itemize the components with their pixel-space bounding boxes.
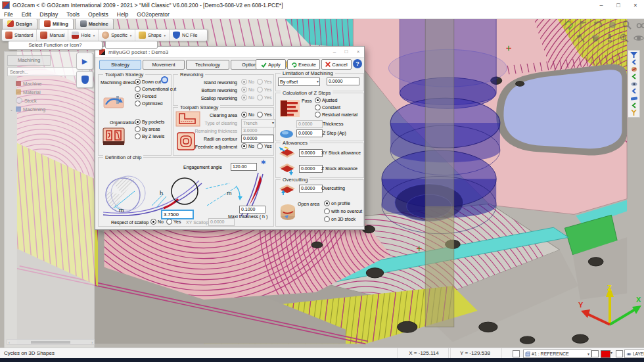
reference-combo[interactable]: #1 : REFERENCE ▾ (523, 350, 591, 358)
tree-item-machining[interactable]: ⌄ Machining (10, 105, 45, 113)
current-color-swatch[interactable] (601, 350, 610, 358)
tree-item-machine[interactable]: Machine (10, 79, 41, 87)
minimize-button[interactable]: – (593, 0, 610, 11)
cancel-button[interactable]: Cancel (321, 59, 352, 70)
chevron-down-icon[interactable]: ▾ (610, 350, 612, 355)
tab-machine[interactable]: Machine (75, 18, 114, 29)
radio-conventional-cut[interactable]: Conventional cut (135, 86, 176, 92)
nc-output-button[interactable] (76, 71, 93, 88)
menu-edit[interactable]: Edit (22, 11, 32, 18)
z-step-field[interactable]: 0.0000 (296, 129, 323, 137)
zoom-icon[interactable] (622, 20, 632, 30)
hammer-icon[interactable] (576, 33, 586, 43)
simulation-button[interactable]: ▶ (76, 53, 93, 70)
tool-ncfile[interactable]: NC File (170, 30, 200, 41)
radio-respect-no[interactable]: No (150, 219, 164, 225)
tree-item-material[interactable]: Material (10, 88, 41, 96)
help-button[interactable]: ? (353, 59, 362, 68)
tab-movement[interactable]: Movement (143, 60, 185, 70)
zoom-plus-icon[interactable] (619, 33, 630, 43)
tool-hole[interactable]: Hole▾ (68, 30, 99, 41)
scroll-left-icon[interactable]: ‹ (9, 340, 10, 344)
measure-icon[interactable] (630, 95, 638, 102)
menu-go2operator[interactable]: GO2operator (137, 11, 170, 18)
filter-icon[interactable] (630, 51, 638, 58)
dialog-minimize-button[interactable]: – (329, 47, 340, 57)
tab-technology[interactable]: Technology (186, 60, 229, 70)
strategy-info-icon[interactable] (161, 76, 168, 83)
eye-icon[interactable] (630, 80, 638, 87)
dialog-maximize-button[interactable]: □ (340, 47, 352, 57)
tool-standard[interactable]: Standard (2, 30, 37, 41)
ae-width-field[interactable]: 3.7500 (161, 210, 194, 219)
maxi-thickness-field[interactable]: 0.1000 (239, 206, 265, 214)
expander-icon[interactable]: ⌄ (10, 107, 14, 112)
close-button[interactable]: × (627, 0, 644, 11)
menu-file[interactable]: File (4, 11, 13, 18)
apply-button[interactable]: Apply (256, 59, 286, 70)
tool-manual[interactable]: Manual (37, 30, 68, 41)
menu-tools[interactable]: Tools (66, 11, 80, 18)
radio-clearing-no[interactable]: No (241, 112, 254, 118)
radio-pass-residual[interactable]: Residual material (315, 112, 357, 118)
radio-no-overcut[interactable]: with no overcut (324, 208, 362, 214)
engagement-angle-field[interactable]: 120.00 (231, 163, 257, 171)
layer-combo[interactable]: LAYER : 1 ▾ (624, 350, 644, 358)
refresh-icon[interactable] (564, 20, 574, 30)
z-stock-allowance-field[interactable]: 0.0000 (299, 165, 323, 173)
execute-button[interactable]: Execute (287, 59, 320, 70)
radio-clearing-yes[interactable]: Yes (257, 112, 271, 118)
radii-on-contour-field[interactable]: 0.0000 (241, 135, 274, 143)
sphere-icon[interactable] (607, 20, 618, 30)
limitation-value-field[interactable]: 0.0000 (327, 78, 359, 85)
menu-opelists[interactable]: Opelists (88, 11, 108, 18)
color-checkbox[interactable] (591, 350, 599, 357)
hand-tool-icon[interactable] (630, 66, 638, 73)
maximize-button[interactable]: □ (610, 0, 627, 11)
bucket-icon[interactable] (590, 33, 601, 43)
radio-down-cut[interactable]: Down cut (135, 79, 161, 85)
radio-by-areas[interactable]: By areas (135, 126, 160, 132)
command-input[interactable] (105, 41, 158, 49)
menu-help[interactable]: Help (117, 11, 128, 18)
radio-on-profile[interactable]: on profile (324, 200, 350, 206)
radio-respect-yes[interactable]: Yes (166, 219, 181, 225)
layer-checkbox[interactable] (616, 350, 623, 357)
overcutting-field[interactable]: 0.0000 (299, 185, 323, 192)
menu-display[interactable]: Display (39, 11, 58, 18)
radio-pass-ajusted[interactable]: Ajusted (315, 97, 337, 103)
radio-by-z-levels[interactable]: By Z levels (135, 133, 164, 139)
tab-design[interactable]: Design (2, 18, 37, 29)
dialog-close-button[interactable]: × (352, 47, 364, 57)
radio-feedrate-yes[interactable]: Yes (257, 143, 271, 149)
tab-milling[interactable]: Milling (39, 18, 74, 29)
xy-stock-allowance-field[interactable]: 0.0000 (299, 149, 323, 157)
limitation-mode-select[interactable]: By offset (278, 78, 320, 86)
flag-icon[interactable] (578, 20, 589, 30)
panel-h-scrollbar[interactable]: ‹ › (7, 339, 95, 345)
radio-forced[interactable]: Forced (135, 93, 156, 99)
chevron-green-icon[interactable] (630, 73, 638, 80)
radio-optimized[interactable]: Optimized (135, 101, 163, 106)
function-prompt[interactable]: Select Function or Icon? (8, 41, 103, 50)
radio-pass-constant[interactable]: Constant (315, 104, 340, 110)
scroll-thumb[interactable] (31, 341, 70, 344)
reference-checkbox[interactable] (513, 350, 520, 357)
tab-machining-panel[interactable]: Machining (7, 55, 51, 66)
radio-on-3d-stock[interactable]: on 3D stock (324, 216, 356, 222)
chip-settings-icon[interactable]: ✱ (261, 159, 266, 166)
collapse-left-icon[interactable] (630, 58, 638, 66)
scroll-right-icon[interactable]: › (91, 340, 93, 344)
orbit-icon[interactable] (633, 33, 644, 43)
undo-icon[interactable] (593, 20, 603, 30)
tree-item-stock[interactable]: Stock (10, 97, 37, 104)
glasses-icon[interactable] (636, 20, 644, 30)
chevron-green-2-icon[interactable] (630, 102, 638, 109)
tool-specific[interactable]: Specific▾ (99, 30, 135, 41)
tab-strategy[interactable]: Strategy (99, 60, 141, 70)
collapse-left-2-icon[interactable] (630, 87, 638, 95)
radio-by-pockets[interactable]: By pockets (135, 119, 164, 125)
brush-icon[interactable] (605, 33, 615, 43)
tool-shape[interactable]: Shape▾ (135, 30, 170, 41)
probe-icon[interactable] (630, 109, 638, 116)
